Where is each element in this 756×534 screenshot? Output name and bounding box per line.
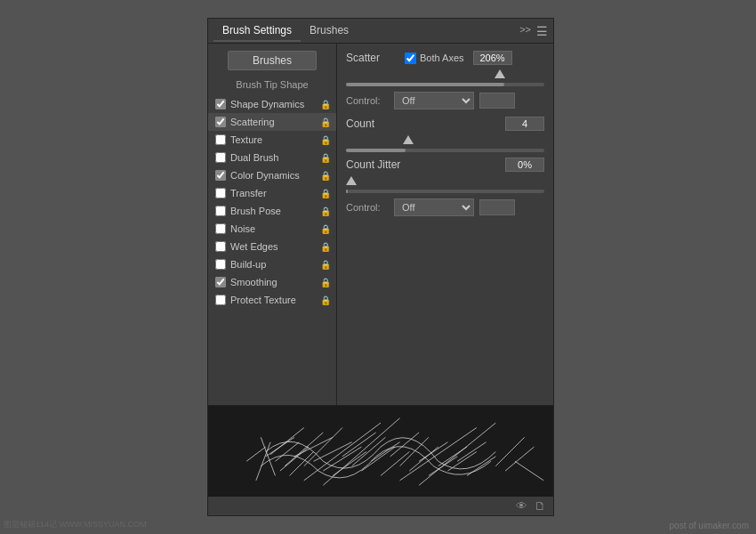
checkbox-protect-texture[interactable] [215,295,226,305]
both-axes-checkbox[interactable] [405,53,416,64]
preview-footer: 👁 🗋 [207,497,554,516]
svg-line-15 [381,452,409,476]
item-transfer[interactable]: Transfer 🔒 [208,184,336,202]
label-transfer: Transfer [230,188,320,198]
lock-icon-build-up: 🔒 [320,260,331,270]
svg-line-29 [515,461,543,481]
item-scattering[interactable]: Scattering 🔒 [208,113,336,131]
item-shape-dynamics[interactable]: Shape Dynamics 🔒 [208,95,336,113]
scatter-slider-fill [346,83,504,86]
svg-line-2 [275,442,299,462]
brush-preview-area [207,405,554,498]
item-protect-texture[interactable]: Protect Texture 🔒 [208,291,336,309]
count-jitter-value-input[interactable] [505,158,544,172]
item-noise[interactable]: Noise 🔒 [208,220,336,238]
svg-line-16 [390,433,419,457]
label-scattering: Scattering [230,117,320,127]
label-color-dynamics: Color Dynamics [230,170,320,181]
count-slider-container [346,134,544,152]
control2-label: Control: [346,202,389,213]
lock-icon-texture: 🔒 [320,135,331,145]
svg-line-13 [361,447,395,471]
control2-select[interactable]: Off Fade Pen Pressure Pen Tilt [394,198,474,216]
panel-tab-icons: >> ☰ [519,24,548,38]
scatter-slider-container [346,69,544,86]
label-texture: Texture [230,134,320,145]
label-brush-pose: Brush Pose [230,206,320,216]
svg-line-19 [419,442,447,462]
brushes-button[interactable]: Brushes [228,51,317,70]
checkbox-brush-pose[interactable] [215,206,226,216]
checkbox-dual-brush[interactable] [215,152,226,163]
count-row: Count [346,117,544,131]
count-jitter-slider-fill [346,190,348,193]
control1-select[interactable]: Off Fade Pen Pressure Pen Tilt [394,92,474,109]
lock-icon-brush-pose: 🔒 [320,206,331,216]
checkbox-shape-dynamics[interactable] [215,99,226,109]
svg-line-25 [261,437,275,475]
control2-extra-box [479,199,515,215]
scatter-row: Scatter Both Axes [346,51,544,65]
item-build-up[interactable]: Build-up 🔒 [208,255,336,273]
count-jitter-slider-track[interactable] [346,190,544,193]
count-value-input[interactable] [505,117,544,131]
svg-line-33 [400,428,477,481]
checkbox-noise[interactable] [215,223,226,234]
page-icon[interactable]: 🗋 [535,499,546,513]
checkbox-wet-edges[interactable] [215,241,226,252]
item-wet-edges[interactable]: Wet Edges 🔒 [208,238,336,255]
scatter-label: Scatter [346,52,399,64]
control1-label: Control: [346,95,389,106]
checkbox-smoothing[interactable] [215,277,226,287]
label-protect-texture: Protect Texture [230,295,320,305]
count-jitter-row: Count Jitter [346,158,544,172]
count-jitter-slider-container [346,175,544,193]
label-shape-dynamics: Shape Dynamics [230,99,320,109]
count-label: Count [346,117,505,130]
svg-line-6 [294,437,333,457]
label-smoothing: Smoothing [230,277,320,287]
checkbox-transfer[interactable] [215,188,226,198]
label-wet-edges: Wet Edges [230,241,320,252]
lock-icon-dual-brush: 🔒 [320,153,331,163]
both-axes-text: Both Axes [420,53,464,63]
svg-line-26 [495,437,524,465]
label-build-up: Build-up [230,259,320,270]
svg-line-18 [409,447,438,471]
svg-line-30 [256,442,270,481]
menu-icon[interactable]: ☰ [536,24,548,38]
item-brush-pose[interactable]: Brush Pose 🔒 [208,202,336,220]
lock-icon-smoothing: 🔒 [320,278,331,287]
svg-line-7 [304,428,342,466]
checkbox-texture[interactable] [215,134,226,145]
checkbox-color-dynamics[interactable] [215,170,226,181]
svg-line-17 [400,437,429,465]
eye-icon[interactable]: 👁 [516,499,527,513]
lock-icon-scattering: 🔒 [320,117,331,127]
scatter-slider-track[interactable] [346,83,544,86]
checkbox-build-up[interactable] [215,259,226,270]
lock-icon-protect-texture: 🔒 [320,295,331,305]
tab-brush-settings[interactable]: Brush Settings [213,20,301,42]
label-noise: Noise [230,223,320,234]
checkbox-scattering[interactable] [215,117,226,127]
both-axes-label[interactable]: Both Axes [405,53,464,64]
control-row-2: Control: Off Fade Pen Pressure Pen Tilt [346,198,544,216]
item-dual-brush[interactable]: Dual Brush 🔒 [208,149,336,166]
svg-line-34 [419,423,495,485]
watermark-right: post of uimaker.com [670,521,749,530]
label-dual-brush: Dual Brush [230,152,320,163]
section-label: Brush Tip Shape [208,79,336,90]
scatter-value-input[interactable] [473,51,512,65]
lock-icon-noise: 🔒 [320,224,331,234]
tab-brushes[interactable]: Brushes [301,20,358,42]
lock-icon-shape-dynamics: 🔒 [320,100,331,109]
item-smoothing[interactable]: Smoothing 🔒 [208,273,336,291]
item-texture[interactable]: Texture 🔒 [208,131,336,149]
control1-extra-box [479,93,515,109]
item-color-dynamics[interactable]: Color Dynamics 🔒 [208,166,336,184]
count-slider-track[interactable] [346,149,544,152]
lock-icon-wet-edges: 🔒 [320,242,331,252]
svg-line-1 [270,428,304,455]
expand-icon[interactable]: >> [519,24,531,38]
